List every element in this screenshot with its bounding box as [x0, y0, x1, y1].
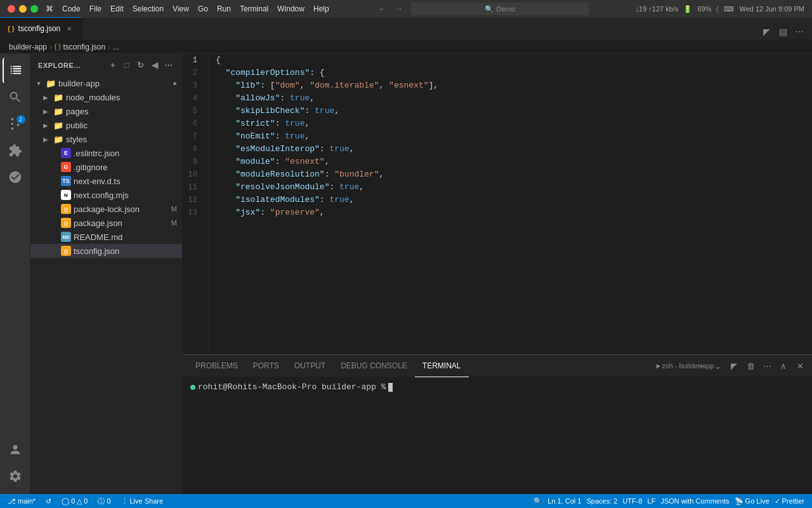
terminal-icon: ►: [655, 362, 662, 370]
status-go-live[interactable]: 📡 Go Live: [732, 494, 772, 508]
breadcrumb-file[interactable]: tsconfig.json: [63, 43, 106, 51]
refresh-icon[interactable]: ↻: [135, 60, 147, 71]
status-errors[interactable]: ◯ 0 △ 0: [59, 494, 90, 508]
maximize-button[interactable]: [30, 5, 38, 13]
activity-extensions[interactable]: [3, 138, 28, 163]
menu-run[interactable]: Run: [217, 4, 231, 13]
split-terminal-icon[interactable]: ◤: [727, 359, 741, 373]
root-folder-label: builder-app: [58, 79, 100, 88]
prompt-text: rohit@Rohits-MacBook-Pro builder-app %: [198, 382, 386, 392]
menu-view[interactable]: View: [173, 4, 189, 13]
new-folder-icon[interactable]: □: [121, 60, 133, 71]
icon-next-env: TS: [61, 176, 71, 186]
menu-window[interactable]: Window: [277, 4, 304, 13]
maximize-terminal-icon[interactable]: ∧: [776, 359, 790, 373]
collapse-icon[interactable]: ◀: [149, 60, 160, 71]
terminal-chevron-icon[interactable]: ⌄: [710, 359, 724, 373]
status-live-share[interactable]: ⋮ Live Share: [119, 494, 166, 508]
activity-remote[interactable]: [3, 164, 28, 190]
encoding-text: UTF-8: [622, 497, 642, 505]
icon-next-config: N: [61, 190, 71, 200]
tree-item-next-config[interactable]: N next.config.mjs: [30, 188, 182, 202]
terminal-tab-problems[interactable]: PROBLEMS: [188, 355, 246, 377]
status-branch[interactable]: ⎇ main*: [5, 494, 38, 508]
close-terminal-icon[interactable]: ✕: [793, 359, 807, 373]
more-icon[interactable]: ⋯: [163, 60, 174, 71]
status-prettier[interactable]: ✓ Prettier: [772, 494, 807, 508]
tree-root-folder[interactable]: ▼ 📁 builder-app ●: [30, 76, 182, 90]
forward-arrow[interactable]: →: [392, 3, 406, 15]
spaces-text: Spaces: 2: [586, 497, 617, 505]
label-public: public: [66, 121, 88, 130]
terminal-tab-debug[interactable]: DEBUG CONSOLE: [333, 355, 415, 377]
tree-item-gitignore[interactable]: G .gitignore: [30, 160, 182, 174]
more-actions-icon[interactable]: ⋯: [792, 24, 807, 39]
close-button[interactable]: [8, 5, 15, 13]
tree-item-public[interactable]: ▶ 📁 public: [30, 118, 182, 132]
menu-edit[interactable]: Edit: [110, 4, 124, 13]
menu-file[interactable]: File: [89, 4, 102, 13]
new-terminal-icon[interactable]: +: [694, 359, 708, 373]
mac-window-controls[interactable]: [8, 5, 38, 13]
code-line-5: "skipLibCheck": true,: [216, 105, 812, 117]
status-sync[interactable]: ↺: [43, 494, 54, 508]
activity-explorer[interactable]: [3, 58, 28, 83]
tree-item-tsconfig[interactable]: {} tsconfig.json: [30, 244, 182, 258]
status-encoding[interactable]: UTF-8: [620, 494, 645, 508]
eol-text: LF: [648, 497, 656, 505]
badge-package-lock: M: [171, 205, 177, 213]
tree-item-next-env[interactable]: TS next-env.d.ts: [30, 174, 182, 188]
label-package-json: package.json: [74, 218, 122, 228]
terminal-tab-terminal[interactable]: TERMINAL: [415, 355, 469, 377]
tree-item-node-modules[interactable]: ▶ 📁 node_modules: [30, 90, 182, 104]
icon-tsconfig: {}: [61, 246, 71, 256]
breadcrumb-extra[interactable]: ...: [113, 43, 119, 51]
code-line-6: "strict": true,: [216, 117, 812, 130]
terminal-content[interactable]: rohit@Rohits-MacBook-Pro builder-app %: [183, 377, 812, 494]
tree-item-readme[interactable]: MD README.md: [30, 230, 182, 244]
status-info[interactable]: ⓘ 0: [95, 494, 113, 508]
split-editor-icon[interactable]: ◤: [759, 24, 774, 39]
status-spaces[interactable]: Spaces: 2: [584, 494, 620, 508]
trash-terminal-icon[interactable]: 🗑: [743, 359, 757, 373]
menu-selection[interactable]: Selection: [133, 4, 164, 13]
info-icon: ⓘ: [98, 497, 105, 506]
tree-item-package-json[interactable]: {} package.json M: [30, 216, 182, 230]
activity-search[interactable]: [3, 84, 28, 110]
more-terminal-icon[interactable]: ⋯: [760, 359, 774, 373]
code-editor[interactable]: 1 2 3 4 5 6 7 8 9 10 11 12 13 { "compile: [183, 54, 812, 354]
tab-close-button[interactable]: ✕: [64, 23, 74, 34]
activity-source-control[interactable]: 2: [3, 111, 28, 137]
menu-code[interactable]: Code: [62, 4, 81, 13]
code-line-13: "jsx": "preserve",: [216, 206, 812, 219]
tab-bar: { } tsconfig.json ✕ ◤ ▤ ⋯: [0, 18, 812, 40]
label-eslint: .eslintrc.json: [74, 149, 119, 158]
minimize-button[interactable]: [19, 5, 27, 13]
menu-go[interactable]: Go: [198, 4, 208, 13]
layout-icon[interactable]: ▤: [775, 24, 790, 39]
status-search[interactable]: 🔍: [531, 494, 545, 508]
tree-item-eslint[interactable]: E .eslintrc.json: [30, 146, 182, 160]
status-eol[interactable]: LF: [645, 494, 658, 508]
code-line-1: {: [216, 54, 812, 67]
search-bar[interactable]: 🔍 Demo: [411, 3, 589, 15]
menu-terminal[interactable]: Terminal: [240, 4, 268, 13]
terminal-tab-output[interactable]: OUTPUT: [287, 355, 333, 377]
folder-icon: 📁: [46, 79, 56, 88]
menu-apple[interactable]: ⌘: [46, 4, 53, 13]
tree-item-styles[interactable]: ▶ 📁 styles: [30, 132, 182, 146]
status-ln-col[interactable]: Ln 1, Col 1: [545, 494, 584, 508]
terminal-tab-ports[interactable]: PORTS: [246, 355, 287, 377]
tree-item-pages[interactable]: ▶ 📁 pages: [30, 104, 182, 118]
activity-account[interactable]: [3, 437, 28, 462]
status-language[interactable]: JSON with Comments: [658, 494, 731, 508]
activity-settings[interactable]: [3, 464, 28, 489]
new-file-icon[interactable]: +: [107, 60, 119, 71]
tab-tsconfig[interactable]: { } tsconfig.json ✕: [0, 17, 82, 39]
breadcrumb-root[interactable]: builder-app: [9, 43, 47, 51]
tree-item-package-lock[interactable]: {} package-lock.json M: [30, 202, 182, 216]
code-content[interactable]: { "compilerOptions": { "lib": ["dom", "d…: [209, 54, 812, 354]
code-line-4: "allowJs": true,: [216, 92, 812, 105]
back-arrow[interactable]: ←: [376, 3, 390, 15]
menu-help[interactable]: Help: [313, 4, 329, 13]
